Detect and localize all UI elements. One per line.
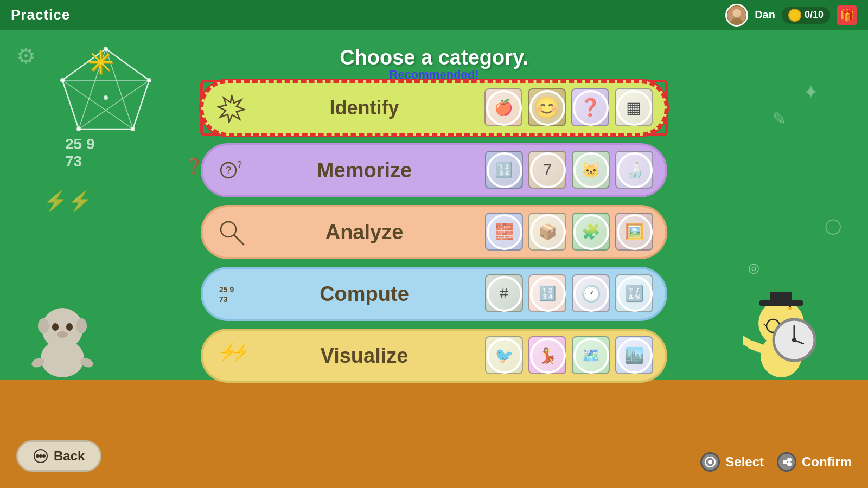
svg-rect-40 bbox=[788, 307, 792, 310]
visualize-label: Visualize bbox=[249, 344, 485, 368]
back-label: Back bbox=[54, 448, 85, 464]
category-analyze[interactable]: Analyze 🧱 📦 🧩 🖼️ bbox=[201, 205, 667, 259]
recommended-badge: Recommended! bbox=[389, 68, 478, 82]
thumb-visualize-2: 💃 bbox=[528, 336, 567, 375]
thumb-memorize-2: 7 bbox=[528, 151, 567, 190]
svg-point-52 bbox=[792, 338, 796, 342]
coin-display: 0/10 bbox=[782, 7, 830, 24]
select-control: Select bbox=[700, 452, 764, 472]
corner-br bbox=[648, 117, 668, 136]
svg-point-29 bbox=[52, 323, 59, 331]
thumb-compute-4: 🔣 bbox=[615, 274, 654, 313]
page-title: Practice bbox=[11, 7, 70, 23]
svg-text:?: ? bbox=[226, 165, 231, 176]
confirm-circle bbox=[777, 452, 796, 472]
visualize-thumbnails: 🐦 💃 🗺️ 🏙️ bbox=[485, 336, 654, 375]
thumb-compute-3: 🕐 bbox=[572, 274, 611, 313]
svg-point-1 bbox=[733, 9, 741, 17]
header-right: Dan 0/10 🎁 bbox=[725, 4, 857, 27]
analyze-thumbnails: 🧱 📦 🧩 🖼️ bbox=[485, 213, 654, 252]
confirm-label-text: Confirm bbox=[802, 454, 852, 470]
back-button[interactable]: Back bbox=[16, 440, 101, 472]
category-visualize[interactable]: ⚡ ⚡ Visualize 🐦 💃 🗺️ � bbox=[201, 329, 667, 383]
thumb-visualize-3: 🗺️ bbox=[572, 336, 611, 375]
corner-bl bbox=[200, 117, 220, 136]
analyze-icon bbox=[214, 215, 249, 250]
avatar bbox=[725, 4, 748, 27]
memorize-thumbnails: 🔢 7 🐱 🍶 bbox=[485, 151, 654, 190]
categories-list: Recommended! Identify 🍎 😊 ❓ bbox=[201, 80, 667, 383]
svg-marker-15 bbox=[218, 95, 244, 123]
thumb-visualize-4: 🏙️ bbox=[615, 336, 654, 375]
bottom-right-controls: Select Confirm bbox=[700, 452, 852, 472]
thumb-analyze-3: 🧩 bbox=[572, 213, 611, 252]
svg-rect-38 bbox=[770, 292, 792, 301]
choose-title: Choose a category. bbox=[340, 46, 528, 69]
category-memorize[interactable]: ? ? Memorize 🔢 7 🐱 🍶 bbox=[201, 143, 667, 197]
main-content: Choose a category. Recommended! Identify… bbox=[0, 30, 868, 380]
thumb-analyze-4: 🖼️ bbox=[615, 213, 654, 252]
svg-point-55 bbox=[39, 454, 42, 458]
svg-point-30 bbox=[66, 323, 73, 331]
thumb-compute-2: 🔢 bbox=[528, 274, 567, 313]
svg-line-20 bbox=[234, 235, 244, 245]
back-icon bbox=[33, 448, 48, 464]
header: Practice Dan 0/10 🎁 bbox=[0, 0, 868, 30]
character-left bbox=[27, 282, 98, 382]
select-icon bbox=[704, 456, 716, 468]
gift-icon[interactable]: 🎁 bbox=[837, 5, 857, 25]
corner-tl bbox=[200, 80, 220, 99]
svg-rect-39 bbox=[789, 296, 791, 307]
svg-point-54 bbox=[36, 454, 39, 458]
thumb-identify-3: ❓ bbox=[571, 88, 610, 127]
compute-thumbnails: # 🔢 🕐 🔣 bbox=[485, 274, 654, 313]
svg-text:⚡: ⚡ bbox=[231, 342, 246, 362]
confirm-icon bbox=[781, 456, 793, 468]
select-circle bbox=[700, 452, 720, 472]
svg-line-47 bbox=[743, 334, 751, 345]
thumb-memorize-4: 🍶 bbox=[615, 151, 654, 190]
select-label-text: Select bbox=[725, 454, 764, 470]
svg-point-56 bbox=[42, 454, 46, 458]
memorize-label: Memorize bbox=[249, 159, 485, 182]
identify-thumbnails: 🍎 😊 ❓ ▦ bbox=[484, 88, 654, 127]
thumb-visualize-1: 🐦 bbox=[485, 336, 524, 375]
svg-text:25 9: 25 9 bbox=[219, 285, 234, 294]
analyze-label: Analyze bbox=[249, 221, 485, 244]
thumb-identify-2: 😊 bbox=[528, 88, 567, 127]
thumb-memorize-1: 🔢 bbox=[485, 151, 524, 190]
compute-label: Compute bbox=[249, 282, 485, 306]
thumb-analyze-2: 📦 bbox=[528, 213, 567, 252]
svg-point-28 bbox=[76, 318, 87, 333]
svg-point-58 bbox=[708, 460, 712, 464]
visualize-icon: ⚡ ⚡ bbox=[214, 338, 249, 374]
thumb-memorize-3: 🐱 bbox=[572, 151, 611, 190]
svg-point-27 bbox=[38, 318, 49, 333]
compute-icon: 25 9 73 bbox=[214, 277, 249, 312]
svg-point-31 bbox=[57, 331, 68, 338]
thumb-compute-1: # bbox=[485, 274, 524, 313]
thumb-identify-1: 🍎 bbox=[484, 88, 524, 127]
coin-icon bbox=[788, 9, 801, 22]
timer-clock bbox=[772, 318, 816, 364]
category-identify[interactable]: Recommended! Identify 🍎 😊 ❓ bbox=[201, 80, 667, 136]
category-compute[interactable]: 25 9 73 Compute # 🔢 🕐 � bbox=[201, 267, 667, 321]
thumb-analyze-1: 🧱 bbox=[485, 213, 524, 252]
username-label: Dan bbox=[755, 9, 775, 21]
bottom-bar: Back Select Confirm bbox=[0, 380, 868, 488]
svg-text:73: 73 bbox=[219, 295, 228, 304]
corner-tr bbox=[648, 80, 668, 99]
coin-count: 0/10 bbox=[805, 9, 824, 21]
svg-text:?: ? bbox=[237, 160, 242, 169]
memorize-icon: ? ? bbox=[214, 153, 249, 188]
identify-label: Identify bbox=[250, 97, 484, 119]
confirm-control[interactable]: Confirm bbox=[777, 452, 852, 472]
